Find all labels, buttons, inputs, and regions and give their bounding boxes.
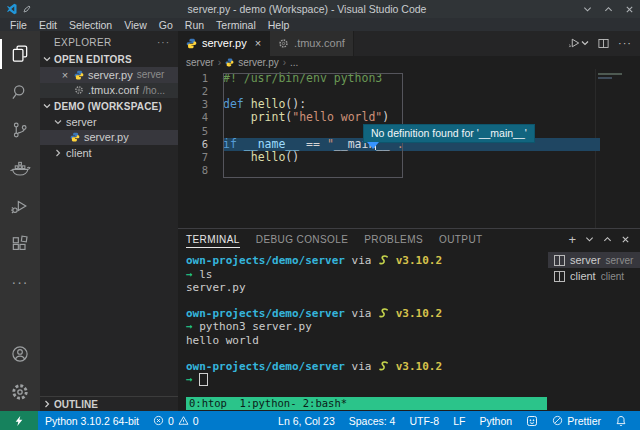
python-interpreter-status[interactable]: Python 3.10.2 64-bit	[38, 415, 146, 427]
breadcrumb-separator: ›	[218, 57, 221, 68]
account-icon	[10, 344, 30, 364]
folder-client[interactable]: client	[40, 145, 178, 161]
remote-icon	[14, 415, 24, 427]
sidebar-item-source-control[interactable]	[0, 111, 40, 149]
terminal-line: server.py	[186, 281, 548, 294]
breadcrumb-item-server-py[interactable]: server.py	[238, 57, 279, 68]
notifications-bell-icon[interactable]	[608, 415, 634, 427]
split-editor-icon[interactable]	[597, 37, 610, 50]
line-number: 8	[178, 164, 208, 177]
sidebar-item-run-debug[interactable]	[0, 187, 40, 225]
warning-icon	[178, 415, 189, 426]
terminal-split-icon	[554, 271, 565, 282]
line-number: 5	[178, 125, 208, 138]
code-line-1[interactable]: 1#! /usr/bin/env python3	[178, 72, 640, 85]
file-server-py[interactable]: server.py	[40, 130, 178, 146]
indentation-status[interactable]: Spaces: 4	[342, 415, 403, 427]
outline-section-header[interactable]: OUTLINE	[40, 396, 178, 411]
open-editors-section-header[interactable]: OPEN EDITORS	[40, 51, 178, 67]
more-views-button[interactable]: ···	[0, 263, 40, 301]
explorer-more-actions-icon[interactable]: ···	[157, 37, 170, 48]
chevron-down-icon	[43, 55, 51, 63]
sidebar-title: EXPLORER	[54, 37, 112, 48]
interpreter-label: Python 3.10.2 64-bit	[45, 415, 139, 427]
search-icon	[10, 82, 30, 102]
problems-status[interactable]: 0 0	[146, 415, 206, 427]
run-icon[interactable]	[567, 36, 589, 50]
open-editor-server-py[interactable]: × server.py server	[40, 67, 178, 83]
workspace-section-header[interactable]: DEMO (WORKSPACE)	[40, 98, 178, 114]
menu-edit[interactable]: Edit	[33, 19, 63, 31]
line-number: 6	[178, 138, 208, 151]
terminal-line: → ls	[186, 268, 548, 281]
sidebar-item-extensions[interactable]	[0, 225, 40, 263]
python-snake-emoji	[378, 307, 389, 318]
folder-server[interactable]: server	[40, 114, 178, 130]
close-icon[interactable]	[625, 5, 634, 14]
terminal-list-item-client[interactable]: clientclient	[548, 268, 640, 284]
code-line-4[interactable]: 4 print("hello world")	[178, 111, 640, 124]
extensions-icon	[10, 234, 30, 254]
minimap[interactable]	[598, 73, 622, 81]
breadcrumb-item-symbol[interactable]: ...	[290, 57, 298, 68]
open-editor-detail: server	[137, 69, 165, 80]
tab-tmux-conf[interactable]: .tmux.conf	[270, 31, 354, 56]
eol-status[interactable]: LF	[446, 415, 472, 427]
menu-view[interactable]: View	[118, 19, 153, 31]
terminal-list: serverserverclientclient	[548, 250, 640, 411]
files-icon	[10, 44, 30, 64]
maximize-icon[interactable]	[604, 5, 613, 14]
cursor-position-status[interactable]: Ln 6, Col 23	[271, 415, 342, 427]
tooltip-caret-icon	[367, 142, 379, 149]
menu-help[interactable]: Help	[262, 19, 296, 31]
menu-run[interactable]: Run	[179, 19, 210, 31]
open-editor-label: .tmux.conf	[88, 84, 139, 96]
remote-indicator[interactable]	[0, 411, 38, 430]
code-line-7[interactable]: 7 hello()	[178, 151, 640, 164]
sidebar-item-explorer[interactable]	[0, 35, 40, 73]
chevron-down-icon[interactable]	[585, 235, 594, 244]
terminal-output[interactable]: own-projects/demo/server via v3.10.2→ ls…	[178, 250, 548, 411]
python-snake-emoji	[378, 360, 389, 371]
menu-go[interactable]: Go	[153, 19, 179, 31]
panel-tab-terminal[interactable]: TERMINAL	[186, 232, 240, 248]
panel-tab-output[interactable]: OUTPUT	[439, 232, 483, 247]
menu-selection[interactable]: Selection	[63, 19, 118, 31]
terminal-line: own-projects/demo/server via v3.10.2	[186, 360, 548, 373]
code-line-8[interactable]: 8	[178, 164, 640, 177]
terminal-line: hello world	[186, 334, 548, 347]
code-editor[interactable]: 1#! /usr/bin/env python323def hello():4 …	[178, 69, 640, 229]
terminal-list-item-server[interactable]: serverserver	[548, 252, 640, 268]
language-mode-status[interactable]: Python	[472, 415, 519, 427]
open-editor-tmux-conf[interactable]: .tmux.conf /ho...	[40, 83, 178, 99]
panel-actions: +	[568, 232, 640, 247]
close-editor-icon[interactable]: ×	[60, 69, 70, 81]
minimize-icon[interactable]	[583, 5, 592, 14]
folder-label: client	[66, 147, 92, 159]
menu-terminal[interactable]: Terminal	[210, 19, 262, 31]
circle-slash-icon	[552, 415, 563, 426]
prettier-status[interactable]: Prettier	[545, 415, 608, 427]
more-actions-icon[interactable]: ···	[618, 37, 632, 49]
chevron-up-icon[interactable]	[603, 235, 612, 244]
sidebar-item-docker[interactable]	[0, 149, 40, 187]
feedback-smiley-icon[interactable]	[519, 415, 545, 427]
python-icon	[74, 70, 84, 80]
close-panel-icon[interactable]	[621, 235, 630, 244]
panel-tab-debug-console[interactable]: DEBUG CONSOLE	[256, 232, 348, 247]
hover-tooltip: No definition found for '__main__'	[363, 124, 535, 143]
new-terminal-icon[interactable]: +	[568, 232, 576, 247]
menu-file[interactable]: File	[4, 19, 33, 31]
status-bar: Python 3.10.2 64-bit 0 0 Ln 6, Col 23 Sp…	[0, 411, 640, 430]
tab-server-py[interactable]: server.py ×	[178, 31, 270, 56]
settings-button[interactable]	[0, 373, 40, 411]
encoding-status[interactable]: UTF-8	[402, 415, 446, 427]
breadcrumb-item-server[interactable]: server	[186, 57, 214, 68]
docker-icon	[10, 158, 31, 179]
close-tab-icon[interactable]: ×	[255, 37, 261, 49]
sidebar-item-search[interactable]	[0, 73, 40, 111]
chevron-down-icon	[43, 102, 51, 110]
activity-bar: ···	[0, 31, 40, 411]
panel-tab-problems[interactable]: PROBLEMS	[364, 232, 423, 247]
accounts-button[interactable]	[0, 335, 40, 373]
